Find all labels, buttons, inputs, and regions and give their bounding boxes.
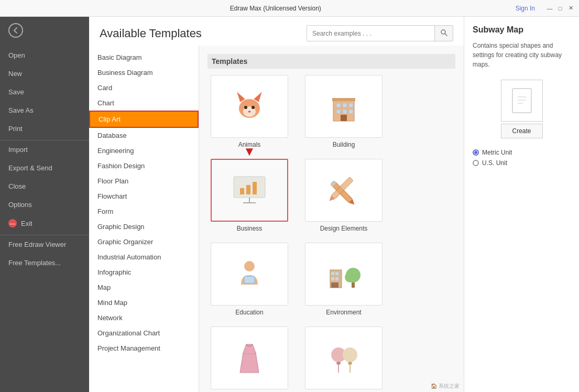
sidebar-item-free-templates[interactable]: Free Templates... bbox=[0, 254, 89, 272]
template-people-thumb bbox=[305, 326, 383, 389]
svg-point-48 bbox=[348, 362, 352, 365]
svg-rect-15 bbox=[349, 103, 353, 107]
maximize-button[interactable]: □ bbox=[556, 4, 564, 13]
category-map[interactable]: Map bbox=[89, 280, 199, 295]
template-environment-thumb bbox=[305, 243, 383, 306]
search-button[interactable] bbox=[434, 26, 453, 41]
svg-rect-17 bbox=[343, 110, 347, 114]
svg-point-44 bbox=[343, 347, 357, 362]
category-industrial-automation[interactable]: Industrial Automation bbox=[89, 249, 199, 265]
template-fashion-thumb bbox=[211, 326, 288, 389]
us-unit-option[interactable]: U.S. Unit bbox=[473, 159, 571, 167]
category-fashion-design[interactable]: Fashion Design bbox=[89, 158, 199, 173]
category-network[interactable]: Network bbox=[89, 310, 199, 325]
metric-unit-label: Metric Unit bbox=[482, 149, 512, 156]
template-design-elements[interactable]: Design Elements bbox=[302, 159, 386, 232]
title-bar-controls: — □ ✕ bbox=[545, 4, 575, 13]
category-clip-art[interactable]: Clip Art bbox=[89, 111, 199, 128]
svg-point-47 bbox=[336, 362, 341, 365]
svg-rect-14 bbox=[343, 103, 347, 107]
svg-rect-38 bbox=[331, 282, 338, 288]
category-project-management[interactable]: Project Management bbox=[89, 341, 199, 356]
template-animals[interactable]: Animals bbox=[207, 75, 291, 148]
metric-unit-option[interactable]: Metric Unit bbox=[473, 149, 571, 156]
unit-options: Metric Unit U.S. Unit bbox=[473, 149, 571, 170]
templates-grid: Animals bbox=[207, 75, 455, 392]
center-content: Available Templates Basic Diagram Busine… bbox=[89, 17, 464, 392]
category-graphic-design[interactable]: Graphic Design bbox=[89, 219, 199, 234]
watermark: 🏠 系统之家 bbox=[431, 383, 460, 390]
svg-marker-4 bbox=[237, 93, 245, 102]
svg-rect-22 bbox=[246, 185, 250, 194]
metric-radio[interactable] bbox=[473, 149, 479, 156]
sidebar-menu: Open New Save Save As Print Import Expor… bbox=[0, 44, 89, 392]
svg-rect-49 bbox=[512, 89, 531, 113]
sidebar-item-close[interactable]: Close bbox=[0, 177, 89, 195]
app-body: Open New Save Save As Print Import Expor… bbox=[0, 17, 579, 392]
sidebar-item-import[interactable]: Import bbox=[0, 140, 89, 159]
template-people[interactable]: People bbox=[302, 326, 386, 392]
back-circle-icon bbox=[8, 23, 23, 38]
create-thumb bbox=[501, 80, 543, 122]
sidebar-item-options[interactable]: Options bbox=[0, 195, 89, 214]
template-environment[interactable]: Environment bbox=[302, 243, 386, 316]
minimize-button[interactable]: — bbox=[545, 4, 554, 13]
template-business-thumb bbox=[211, 159, 288, 222]
category-basic-diagram[interactable]: Basic Diagram bbox=[89, 50, 199, 65]
available-templates-title: Available Templates bbox=[100, 27, 202, 40]
sidebar-item-exit[interactable]: — Exit bbox=[0, 214, 89, 233]
close-button[interactable]: ✕ bbox=[566, 4, 575, 13]
sidebar-item-new[interactable]: New bbox=[0, 64, 89, 83]
svg-rect-36 bbox=[331, 277, 334, 280]
sidebar-item-open[interactable]: Open bbox=[0, 46, 89, 64]
svg-marker-6 bbox=[254, 93, 261, 102]
svg-rect-12 bbox=[332, 98, 355, 101]
right-panel-description: Contains special shapes and settings for… bbox=[473, 41, 571, 69]
svg-rect-32 bbox=[244, 276, 255, 284]
category-infographic[interactable]: Infographic bbox=[89, 265, 199, 280]
template-fashion[interactable]: Fashion bbox=[207, 326, 291, 392]
red-arrow-indicator: ▼ bbox=[243, 145, 256, 158]
svg-point-31 bbox=[244, 261, 255, 271]
sidebar-item-save-as[interactable]: Save As bbox=[0, 101, 89, 119]
svg-rect-19 bbox=[341, 115, 347, 121]
back-button[interactable] bbox=[0, 17, 89, 44]
category-graphic-organizer[interactable]: Graphic Organizer bbox=[89, 234, 199, 249]
right-panel-title: Subway Map bbox=[473, 25, 571, 35]
svg-rect-41 bbox=[352, 282, 355, 288]
category-chart[interactable]: Chart bbox=[89, 95, 199, 111]
category-flowchart[interactable]: Flowchart bbox=[89, 189, 199, 204]
search-input[interactable] bbox=[307, 27, 434, 40]
category-form[interactable]: Form bbox=[89, 204, 199, 219]
svg-line-1 bbox=[445, 34, 447, 36]
svg-rect-18 bbox=[349, 110, 353, 114]
category-mind-map[interactable]: Mind Map bbox=[89, 295, 199, 310]
category-organizational-chart[interactable]: Organizational Chart bbox=[89, 325, 199, 341]
exit-icon: — bbox=[8, 219, 17, 227]
template-animals-thumb bbox=[211, 75, 288, 138]
sidebar-item-export-send[interactable]: Export & Send bbox=[0, 159, 89, 177]
title-bar: Edraw Max (Unlicensed Version) Sign In —… bbox=[0, 0, 579, 17]
template-education[interactable]: Education bbox=[207, 243, 291, 316]
category-database[interactable]: Database bbox=[89, 128, 199, 143]
template-building-label: Building bbox=[333, 141, 355, 148]
us-radio[interactable] bbox=[473, 160, 479, 166]
template-education-label: Education bbox=[235, 309, 263, 316]
sidebar-item-print[interactable]: Print bbox=[0, 119, 89, 138]
create-button[interactable]: Create bbox=[501, 124, 543, 138]
category-business-diagram[interactable]: Business Diagram bbox=[89, 65, 199, 80]
category-engineering[interactable]: Engineering bbox=[89, 143, 199, 158]
category-card[interactable]: Card bbox=[89, 80, 199, 95]
sidebar-item-free-viewer[interactable]: Free Edraw Viewer bbox=[0, 235, 89, 254]
template-building[interactable]: Building bbox=[302, 75, 386, 148]
svg-point-0 bbox=[441, 30, 445, 34]
title-bar-text: Edraw Max (Unlicensed Version) bbox=[36, 5, 516, 12]
category-list: Basic Diagram Business Diagram Card Char… bbox=[89, 46, 199, 392]
sign-in-link[interactable]: Sign In bbox=[516, 5, 539, 12]
search-bar bbox=[307, 25, 453, 41]
template-building-thumb bbox=[305, 75, 383, 138]
template-business[interactable]: ▼ bbox=[207, 159, 291, 232]
sidebar-item-save[interactable]: Save bbox=[0, 83, 89, 101]
create-btn-container: Create bbox=[473, 80, 571, 138]
category-floor-plan[interactable]: Floor Plan bbox=[89, 173, 199, 189]
